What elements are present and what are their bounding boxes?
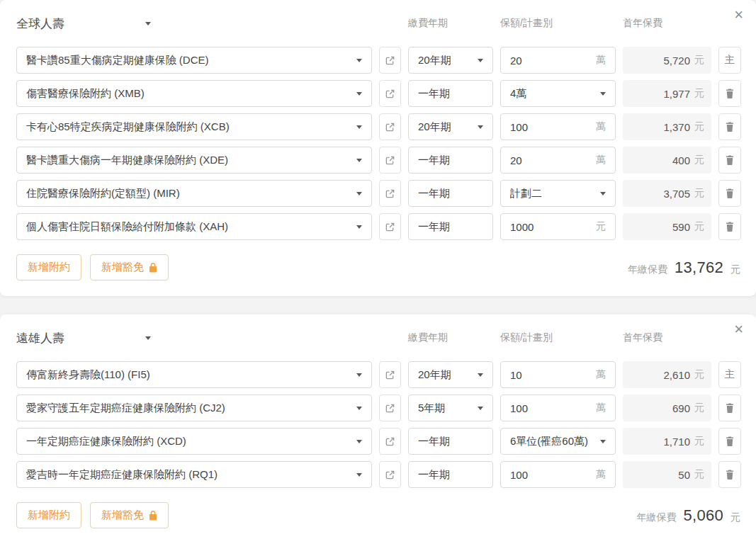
trash-icon <box>726 436 734 446</box>
amount-value: 100 <box>510 402 528 414</box>
amount-input[interactable]: 10 萬 <box>500 361 616 388</box>
delete-row-button[interactable] <box>718 461 741 488</box>
premium-value: 400 <box>672 154 690 166</box>
delete-row-button[interactable] <box>718 80 741 107</box>
product-select[interactable]: 卡有心85特定疾病定期健康保險附約 (XCB) <box>16 113 372 140</box>
product-row: 住院醫療保險附約(定額型) (MIR) 一年期 計劃二 3,705 元 <box>16 180 741 207</box>
premium-value: 3,705 <box>663 188 690 200</box>
product-select[interactable]: 愛吉時一年定期癌症健康保險附約 (RQ1) <box>16 461 372 488</box>
delete-row-button[interactable] <box>718 428 741 455</box>
currency-unit: 元 <box>694 187 704 200</box>
product-select[interactable]: 個人傷害住院日額保險給付附加條款 (XAH) <box>16 213 372 240</box>
premium-value: 5,720 <box>663 55 690 67</box>
period-select[interactable]: 20年期 <box>408 361 493 388</box>
amount-caret-down-icon <box>600 192 606 195</box>
product-select-label: 個人傷害住院日額保險給付附加條款 (XAH) <box>26 220 228 234</box>
amount-field[interactable]: 6單位(罹癌60萬) <box>500 428 616 455</box>
company-select[interactable]: 遠雄人壽 <box>16 330 151 346</box>
product-select[interactable]: 醫卡讚85重大傷病定期健康保險 (DCE) <box>16 47 372 74</box>
period-select: 一年期 <box>408 213 493 240</box>
amount-unit: 萬 <box>596 368 606 381</box>
add-waiver-button[interactable]: 新增豁免 <box>90 502 169 528</box>
product-select[interactable]: 一年定期癌症健康保險附約 (XCD) <box>16 428 372 455</box>
period-select[interactable]: 5年期 <box>408 395 493 421</box>
period-select[interactable]: 20年期 <box>408 113 493 140</box>
delete-row-button[interactable] <box>718 113 741 140</box>
amount-value: 100 <box>510 121 528 133</box>
amount-value: 10 <box>510 369 522 381</box>
caret-down-icon <box>356 407 362 410</box>
currency-unit: 元 <box>694 220 704 233</box>
open-product-link-button[interactable] <box>379 180 401 207</box>
amount-input[interactable]: 100 萬 <box>500 461 616 488</box>
open-product-link-button[interactable] <box>379 395 401 421</box>
main-policy-badge: 主 <box>718 361 741 388</box>
external-link-icon <box>385 436 395 447</box>
open-product-link-button[interactable] <box>379 80 401 107</box>
amount-input[interactable]: 1000 元 <box>500 213 616 240</box>
amount-value: 計劃二 <box>510 187 542 200</box>
open-product-link-button[interactable] <box>379 461 401 488</box>
lock-icon <box>149 511 157 521</box>
product-select-label: 醫卡讚85重大傷病定期健康保險 (DCE) <box>26 54 209 67</box>
rows: 醫卡讚85重大傷病定期健康保險 (DCE) 20年期 20 萬 5,720 元 … <box>16 47 741 240</box>
open-product-link-button[interactable] <box>379 213 401 240</box>
period-label: 20年期 <box>418 368 451 382</box>
open-product-link-button[interactable] <box>379 113 401 140</box>
currency-unit: 元 <box>694 87 704 100</box>
product-select-label: 醫卡讚重大傷病一年期健康保險附約 (XDE) <box>26 154 228 167</box>
caret-down-icon <box>478 59 483 62</box>
product-select[interactable]: 醫卡讚重大傷病一年期健康保險附約 (XDE) <box>16 147 372 174</box>
delete-row-button[interactable] <box>718 213 741 240</box>
period-label: 一年期 <box>418 468 450 482</box>
amount-input[interactable]: 20 萬 <box>500 47 616 74</box>
amount-field[interactable]: 計劃二 <box>500 180 616 207</box>
add-rider-button[interactable]: 新增附約 <box>16 254 81 280</box>
open-product-link-button[interactable] <box>379 361 401 388</box>
amount-input[interactable]: 20 萬 <box>500 147 616 174</box>
main-policy-badge: 主 <box>718 47 741 74</box>
period-select[interactable]: 20年期 <box>408 47 493 74</box>
column-header-premium: 首年保費 <box>623 17 711 30</box>
product-row: 傷害醫療保險附約 (XMB) 一年期 4萬 1,977 元 <box>16 80 741 107</box>
caret-down-icon <box>356 92 362 96</box>
close-panel-button[interactable]: × <box>731 319 746 340</box>
main-policy-badge-label: 主 <box>725 368 735 381</box>
close-panel-button[interactable]: × <box>731 4 746 25</box>
add-waiver-button[interactable]: 新增豁免 <box>90 254 169 280</box>
open-product-link-button[interactable] <box>379 147 401 174</box>
product-select[interactable]: 傳富新終身壽險(110) (FI5) <box>16 361 372 388</box>
trash-icon <box>726 188 734 198</box>
company-select[interactable]: 全球人壽 <box>16 16 151 32</box>
delete-row-button[interactable] <box>718 395 741 421</box>
product-select[interactable]: 住院醫療保險附約(定額型) (MIR) <box>16 180 372 207</box>
amount-input[interactable]: 100 萬 <box>500 113 616 140</box>
amount-value: 20 <box>510 55 522 67</box>
amount-field[interactable]: 4萬 <box>500 80 616 107</box>
column-header-period: 繳費年期 <box>408 17 493 30</box>
premium-display: 400 元 <box>623 147 711 174</box>
period-select: 一年期 <box>408 80 493 107</box>
delete-row-button[interactable] <box>718 147 741 174</box>
product-row: 愛吉時一年定期癌症健康保險附約 (RQ1) 一年期 100 萬 50 元 <box>16 461 741 488</box>
open-product-link-button[interactable] <box>379 428 401 455</box>
trash-icon <box>726 89 734 98</box>
period-label: 5年期 <box>418 402 445 415</box>
period-select: 一年期 <box>408 461 493 488</box>
trash-icon <box>726 222 734 232</box>
external-link-icon <box>385 470 395 480</box>
product-row: 傳富新終身壽險(110) (FI5) 20年期 10 萬 2,610 元 主 <box>16 361 741 388</box>
amount-input[interactable]: 100 萬 <box>500 395 616 421</box>
add-rider-button[interactable]: 新增附約 <box>16 502 81 528</box>
product-select-label: 卡有心85特定疾病定期健康保險附約 (XCB) <box>26 120 230 134</box>
caret-down-icon <box>356 473 362 477</box>
product-select[interactable]: 愛家守護五年定期癌症健康保險附約 (CJ2) <box>16 395 372 421</box>
product-select-label: 一年定期癌症健康保險附約 (XCD) <box>26 435 186 448</box>
amount-caret-down-icon <box>600 92 606 96</box>
amount-unit: 萬 <box>596 468 606 481</box>
open-product-link-button[interactable] <box>379 47 401 74</box>
product-select[interactable]: 傷害醫療保險附約 (XMB) <box>16 80 372 107</box>
delete-row-button[interactable] <box>718 180 741 207</box>
company-panel: × 遠雄人壽 繳費年期 保額/計畫別 首年保費 傳富新終身壽險(110) (FI… <box>0 314 756 539</box>
currency-unit: 元 <box>694 54 704 67</box>
